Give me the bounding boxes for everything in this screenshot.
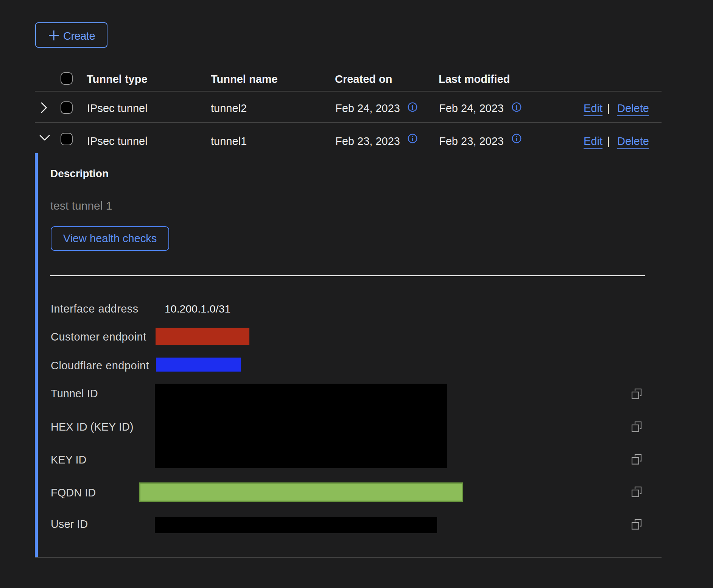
svg-text:i: i	[515, 104, 517, 111]
svg-text:i: i	[411, 104, 413, 111]
svg-text:i: i	[411, 135, 413, 143]
svg-text:i: i	[515, 135, 517, 143]
